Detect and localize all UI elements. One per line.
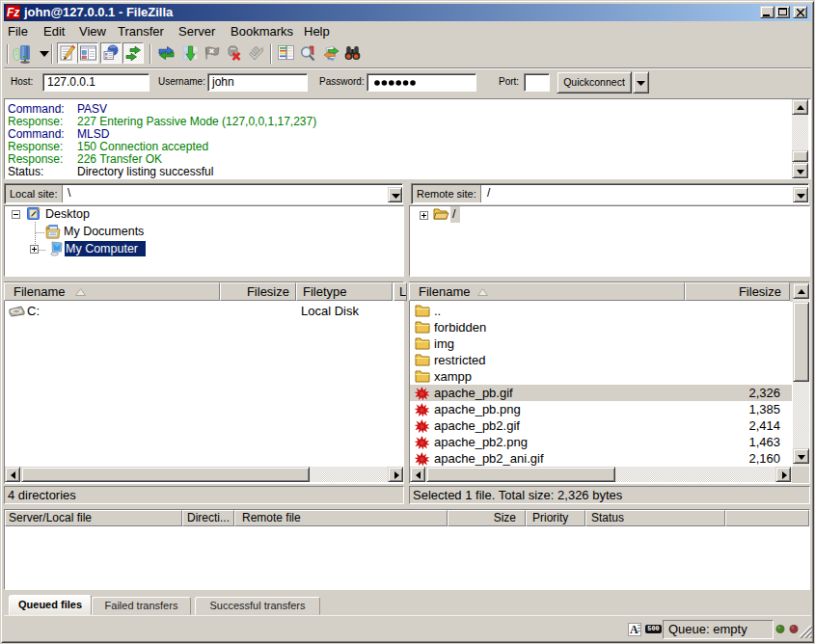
svg-text:A: A xyxy=(630,623,638,636)
